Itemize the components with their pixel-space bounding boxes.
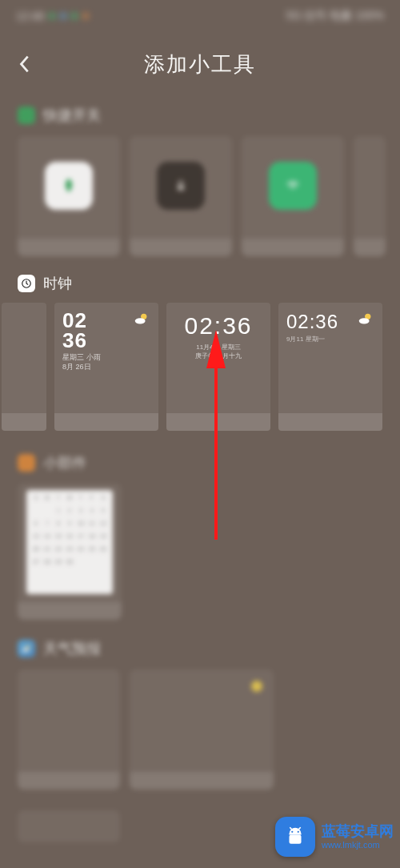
status-dot — [82, 13, 89, 19]
widget-caption — [18, 772, 120, 790]
watermark: 蓝莓安卓网 www.lmkjt.com — [275, 817, 394, 857]
clock-sub: 9月11 星期一 — [286, 335, 325, 344]
widget-caption — [354, 239, 386, 256]
widget-caption — [18, 602, 122, 620]
section-header-weather: 天气预报 — [0, 634, 400, 663]
status-dot — [71, 13, 78, 19]
widget-caption — [278, 413, 382, 431]
weather-icon — [133, 311, 150, 328]
status-bar: 12:48 5G 信号 电量 100% — [0, 0, 400, 32]
header: 添加小工具 — [0, 40, 400, 88]
clock-sub: 星期三 小雨 — [62, 353, 101, 363]
widget-tile[interactable] — [354, 136, 386, 256]
status-time: 12:48 — [16, 10, 44, 22]
svg-line-12 — [290, 828, 293, 830]
widget-row-clock: 02 36 星期三 小雨 8月 26日 02:36 11月4日 星期三 庚子年 … — [0, 298, 400, 431]
clock-time: 02:36 — [184, 312, 252, 340]
status-dot — [49, 13, 55, 19]
leaf-icon — [59, 176, 78, 195]
lock-icon — [173, 178, 189, 194]
calendar-preview: SMTWTFS 12345 6789101112 13141516171819 … — [26, 490, 113, 594]
widget-preview-icon — [157, 162, 205, 210]
wifi-icon — [285, 178, 301, 194]
section-icon — [18, 640, 35, 657]
clock-section-icon — [18, 275, 35, 292]
widget-row-calendar: SMTWTFS 12345 6789101112 13141516171819 … — [0, 477, 400, 620]
clock-widget-tile[interactable]: 02:36 11月4日 星期三 庚子年 九月十九 — [166, 303, 270, 431]
clock-time: 02:36 — [286, 311, 338, 333]
clock-time-hours: 02 — [62, 311, 87, 331]
svg-point-5 — [359, 318, 370, 323]
section-header-clock: 时钟 — [0, 269, 400, 298]
clock-widget-tile[interactable]: 02:36 9月11 星期一 — [278, 303, 382, 431]
svg-point-7 — [22, 648, 29, 652]
section-label: 时钟 — [43, 274, 72, 293]
clock-icon — [21, 278, 32, 289]
widget-preview-icon — [269, 162, 317, 210]
weather-icon — [21, 643, 32, 654]
svg-rect-9 — [290, 835, 302, 844]
widget-caption — [130, 239, 232, 256]
page-title: 添加小工具 — [144, 50, 256, 78]
widget-caption — [242, 239, 344, 256]
android-icon — [283, 825, 307, 849]
clock-sub: 8月 26日 — [62, 363, 91, 372]
section-icon — [18, 106, 35, 124]
section-label: 快捷开关 — [43, 106, 101, 125]
svg-point-11 — [298, 831, 299, 833]
svg-rect-0 — [178, 185, 184, 191]
section-icon — [18, 454, 35, 472]
clock-time-minutes: 36 — [62, 331, 87, 351]
clock-sub: 庚子年 九月十九 — [195, 352, 242, 360]
svg-point-10 — [291, 831, 293, 833]
widget-caption — [54, 413, 158, 431]
section-label: 小部件 — [43, 453, 86, 472]
widget-caption — [130, 772, 274, 790]
svg-point-3 — [135, 318, 146, 323]
widget-row-weather — [0, 663, 400, 790]
widget-caption — [166, 413, 270, 431]
weather-icon — [357, 311, 374, 328]
weather-widget-tile[interactable] — [130, 669, 274, 790]
weather-widget-tile[interactable] — [18, 669, 120, 790]
clock-sub: 11月4日 星期三 — [196, 343, 241, 352]
widget-caption — [2, 413, 46, 431]
watermark-url: www.lmkjt.com — [322, 840, 394, 850]
widget-preview-icon — [45, 162, 93, 210]
status-right: 5G 信号 电量 100% — [286, 9, 384, 23]
section-header-quicktoggle: 快捷开关 — [0, 101, 400, 130]
back-button[interactable] — [14, 54, 34, 74]
svg-line-13 — [298, 828, 301, 830]
status-dot — [60, 13, 66, 19]
widget-tile[interactable] — [18, 810, 120, 842]
widget-caption — [18, 239, 120, 256]
section-header-misc: 小部件 — [0, 448, 400, 477]
clock-widget-tile[interactable]: 02 36 星期三 小雨 8月 26日 — [54, 303, 158, 431]
watermark-title: 蓝莓安卓网 — [322, 823, 394, 841]
calendar-widget-tile[interactable]: SMTWTFS 12345 6789101112 13141516171819 … — [18, 484, 122, 620]
sun-icon — [251, 681, 262, 692]
chevron-left-icon — [18, 54, 30, 74]
watermark-logo — [275, 817, 315, 857]
widget-tile[interactable] — [242, 136, 344, 256]
widget-tile[interactable] — [18, 136, 120, 256]
widget-row-quicktoggle — [0, 130, 400, 256]
widget-tile[interactable] — [130, 136, 232, 256]
section-label: 天气预报 — [43, 639, 101, 658]
clock-widget-tile[interactable] — [2, 303, 46, 431]
